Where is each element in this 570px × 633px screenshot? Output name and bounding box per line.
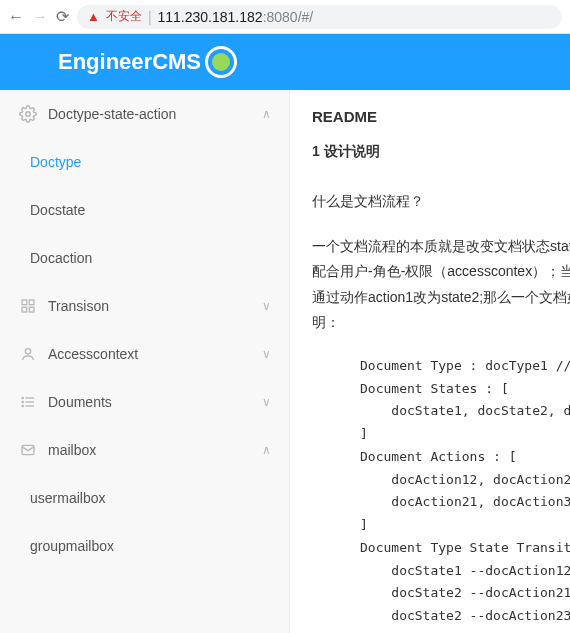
app-header: EngineerCMS bbox=[0, 34, 570, 90]
submenu-mailbox: usermailbox groupmailbox bbox=[0, 474, 289, 570]
url-rest: :8080/#/ bbox=[263, 9, 314, 25]
grid-icon bbox=[18, 296, 38, 316]
sidebar-item-label: Docaction bbox=[30, 250, 271, 266]
chevron-up-icon: ∧ bbox=[262, 107, 271, 121]
chevron-down-icon: ∨ bbox=[262, 347, 271, 361]
sidebar: Doctype-state-action ∧ Doctype Docstate … bbox=[0, 90, 290, 633]
reload-icon[interactable]: ⟳ bbox=[56, 9, 69, 25]
user-icon bbox=[18, 344, 38, 364]
back-icon[interactable]: ← bbox=[8, 9, 24, 25]
sidebar-group-label: mailbox bbox=[48, 442, 262, 458]
sidebar-group-label: Doctype-state-action bbox=[48, 106, 262, 122]
paragraph: 什么是文档流程？ bbox=[312, 189, 570, 214]
chevron-down-icon: ∨ bbox=[262, 395, 271, 409]
submenu-doctype-state-action: Doctype Docstate Docaction bbox=[0, 138, 289, 282]
svg-point-5 bbox=[25, 349, 30, 354]
code-block: Document Type : docType1 //1.定 Document … bbox=[360, 355, 570, 628]
address-bar[interactable]: ▲ 不安全 | 111.230.181.182:8080/#/ bbox=[77, 5, 562, 29]
url-host: 111.230.181.182 bbox=[158, 9, 263, 25]
brand-logo-icon bbox=[205, 46, 237, 78]
chevron-up-icon: ∧ bbox=[262, 443, 271, 457]
sidebar-group-label: Transison bbox=[48, 298, 262, 314]
section-heading: 1 设计说明 bbox=[312, 143, 570, 161]
content: README 1 设计说明 什么是文档流程？ 一个文档流程的本质就是改变文档状态… bbox=[290, 90, 570, 633]
brand[interactable]: EngineerCMS bbox=[58, 46, 237, 78]
sidebar-item-label: groupmailbox bbox=[30, 538, 271, 554]
sidebar-group-doctype-state-action[interactable]: Doctype-state-action ∧ bbox=[0, 90, 289, 138]
sidebar-group-douments[interactable]: Douments ∨ bbox=[0, 378, 289, 426]
sidebar-group-label: Accesscontext bbox=[48, 346, 262, 362]
sidebar-item-docaction[interactable]: Docaction bbox=[0, 234, 289, 282]
list-icon bbox=[18, 392, 38, 412]
svg-point-0 bbox=[26, 112, 31, 117]
sidebar-item-label: Doctype bbox=[30, 154, 271, 170]
sidebar-item-label: usermailbox bbox=[30, 490, 271, 506]
svg-point-10 bbox=[22, 401, 23, 402]
gear-icon bbox=[18, 104, 38, 124]
divider: | bbox=[148, 9, 152, 25]
sidebar-group-label: Douments bbox=[48, 394, 262, 410]
page-title: README bbox=[312, 108, 570, 125]
paragraph: 一个文档流程的本质就是改变文档状态state）； 配合用户-角色-权限（acce… bbox=[312, 234, 570, 335]
svg-rect-4 bbox=[29, 307, 34, 312]
forward-icon[interactable]: → bbox=[32, 9, 48, 25]
sidebar-item-usermailbox[interactable]: usermailbox bbox=[0, 474, 289, 522]
sidebar-item-groupmailbox[interactable]: groupmailbox bbox=[0, 522, 289, 570]
warning-icon: ▲ bbox=[87, 9, 100, 24]
sidebar-item-doctype[interactable]: Doctype bbox=[0, 138, 289, 186]
svg-rect-1 bbox=[22, 300, 27, 305]
browser-chrome: ← → ⟳ ▲ 不安全 | 111.230.181.182:8080/#/ bbox=[0, 0, 570, 34]
sidebar-group-mailbox[interactable]: mailbox ∧ bbox=[0, 426, 289, 474]
svg-rect-3 bbox=[22, 307, 27, 312]
sidebar-group-accesscontext[interactable]: Accesscontext ∨ bbox=[0, 330, 289, 378]
sidebar-item-docstate[interactable]: Docstate bbox=[0, 186, 289, 234]
svg-point-9 bbox=[22, 397, 23, 398]
sidebar-group-transison[interactable]: Transison ∨ bbox=[0, 282, 289, 330]
brand-text: EngineerCMS bbox=[58, 49, 201, 75]
insecure-label: 不安全 bbox=[106, 8, 142, 25]
url: 111.230.181.182:8080/#/ bbox=[158, 9, 314, 25]
mail-icon bbox=[18, 440, 38, 460]
sidebar-item-label: Docstate bbox=[30, 202, 271, 218]
chevron-down-icon: ∨ bbox=[262, 299, 271, 313]
svg-rect-2 bbox=[29, 300, 34, 305]
svg-point-11 bbox=[22, 405, 23, 406]
